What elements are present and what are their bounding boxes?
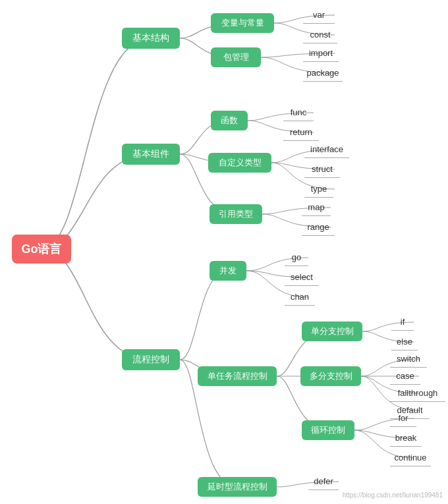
node-basic-struct: 基本结构 <box>122 28 180 49</box>
node-concurrent: 并发 <box>210 261 246 281</box>
node-loop-ctrl: 循环控制 <box>302 420 354 440</box>
node-defer-ctrl: 延时型流程控制 <box>198 477 277 497</box>
node-select: select <box>285 269 319 286</box>
node-interface: interface <box>304 141 349 158</box>
node-pkg-mgmt: 包管理 <box>211 47 261 67</box>
node-func-kw: func <box>283 104 314 121</box>
node-for: for <box>390 410 416 427</box>
node-custom-type: 自定义类型 <box>208 153 271 173</box>
node-const: const <box>303 26 337 43</box>
node-range: range <box>302 219 335 236</box>
node-break: break <box>390 430 422 447</box>
node-if: if <box>391 314 414 331</box>
node-type: type <box>304 181 333 198</box>
node-basic-comp: 基本组件 <box>122 144 180 165</box>
node-chan: chan <box>285 289 315 306</box>
node-var: var <box>303 7 335 24</box>
node-map: map <box>302 199 331 216</box>
node-fallthrough: fallthrough <box>390 385 445 402</box>
node-continue: continue <box>390 449 431 466</box>
mindmap: Go语言 基本结构 基本组件 流程控制 变量与常量 包管理 var const … <box>0 0 448 504</box>
watermark: https://blog.csdn.net/liunan199481 <box>343 491 443 499</box>
node-var-const: 变量与常量 <box>211 13 274 33</box>
node-ref-type: 引用类型 <box>210 204 262 224</box>
node-defer: defer <box>308 473 339 490</box>
root-node: Go语言 <box>12 235 71 264</box>
node-single-branch: 单分支控制 <box>302 322 362 341</box>
node-package: package <box>303 65 343 82</box>
node-func: 函数 <box>211 111 248 130</box>
node-multi-branch: 多分支控制 <box>300 366 361 386</box>
node-flow-ctrl: 流程控制 <box>122 349 180 370</box>
node-switch: switch <box>390 350 427 368</box>
node-go: go <box>285 249 308 266</box>
node-else: else <box>391 333 418 350</box>
node-case: case <box>390 368 420 385</box>
node-return: return <box>283 124 319 141</box>
node-struct: struct <box>304 161 340 178</box>
node-single-task: 单任务流程控制 <box>198 366 277 386</box>
node-import: import <box>303 45 339 62</box>
